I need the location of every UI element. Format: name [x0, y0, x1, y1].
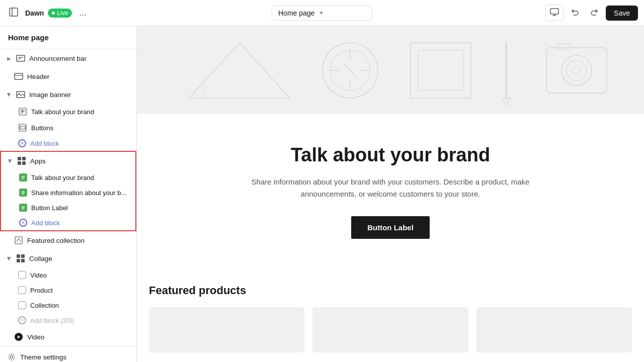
page-selector-label: Home page	[278, 9, 314, 17]
svg-point-45	[567, 60, 587, 80]
plus-icon-disabled: +	[18, 316, 26, 324]
sidebar-item-product[interactable]: Product	[0, 283, 136, 298]
brand-description: Share information about your brand with …	[234, 176, 546, 200]
preview-inner: Talk about your brand Share information …	[137, 26, 644, 362]
live-badge: Live	[48, 9, 72, 18]
sidebar-item-apps[interactable]: ▶ Apps	[1, 152, 135, 170]
app-icon	[19, 189, 27, 197]
sidebar-item-collage[interactable]: ▶ Collage	[0, 249, 136, 267]
sidebar-item-app-talk[interactable]: Talk about your brand	[1, 170, 135, 185]
chevron-down-icon-collage: ▶	[7, 256, 12, 260]
sub-item-label: Talk about your brand	[31, 108, 94, 116]
app-icon	[19, 173, 27, 182]
toolbar-right: Save	[527, 5, 638, 22]
svg-rect-5	[17, 55, 25, 61]
product-card	[312, 307, 468, 352]
sidebar-title: Home page	[0, 26, 136, 49]
live-dot	[52, 12, 55, 15]
sidebar-item-app-button[interactable]: Button Label	[1, 200, 135, 215]
buttons-icon	[18, 123, 27, 132]
svg-rect-18	[20, 126, 25, 129]
main-layout: Home page ▶ Announcement bar He	[0, 26, 644, 362]
sidebar-item-label: Collage	[29, 255, 129, 262]
sidebar-item-label: Video	[27, 333, 129, 341]
more-button[interactable]: ...	[76, 6, 90, 20]
sidebar-add-block-collage: + Add block (3/3)	[0, 313, 136, 328]
sidebar-item-app-share[interactable]: Share information about your b...	[1, 185, 135, 200]
settings-icon	[7, 352, 16, 361]
box-icon	[18, 271, 26, 279]
box-icon	[18, 301, 26, 309]
redo-button[interactable]	[587, 5, 602, 22]
plus-icon: +	[19, 219, 27, 227]
product-grid	[149, 307, 632, 352]
svg-rect-47	[556, 44, 572, 50]
sidebar-item-video[interactable]: Video	[0, 267, 136, 283]
sub-item-label: Share information about your b...	[31, 189, 126, 197]
box-icon	[18, 286, 26, 294]
svg-line-38	[343, 63, 358, 78]
add-block-label: Add block	[30, 140, 59, 147]
toolbar-left: Dawn Live ...	[6, 5, 117, 22]
svg-point-46	[573, 66, 581, 74]
announcement-icon	[16, 54, 25, 63]
brand-section: Talk about your brand Share information …	[137, 114, 644, 269]
sub-item-label: Product	[30, 287, 53, 294]
product-card	[476, 307, 632, 352]
sub-item-label: Talk about your brand	[31, 174, 94, 182]
undo-button[interactable]	[568, 5, 583, 22]
sidebar-theme-settings[interactable]: Theme settings	[0, 346, 136, 362]
brand-button[interactable]: Button Label	[351, 216, 430, 239]
live-label: Live	[57, 10, 68, 17]
sidebar-toggle-button[interactable]	[6, 5, 21, 22]
save-button[interactable]: Save	[606, 6, 638, 21]
sidebar-item-announcement-bar[interactable]: ▶ Announcement bar	[0, 49, 136, 67]
sub-item-label: Buttons	[31, 124, 53, 132]
chevron-down-icon-apps: ▶	[8, 159, 13, 163]
brand-title: Talk about your brand	[291, 144, 490, 166]
sidebar-item-image-banner[interactable]: ▶ Image banner	[0, 85, 136, 104]
product-card	[149, 307, 304, 352]
image-banner-icon	[16, 90, 25, 99]
svg-rect-0	[10, 8, 18, 16]
collage-icon	[16, 254, 25, 263]
svg-point-29	[11, 356, 13, 358]
hero-banner	[137, 26, 644, 114]
svg-rect-43	[546, 48, 607, 93]
sidebar-item-collection[interactable]: Collection	[0, 298, 136, 313]
svg-rect-2	[550, 9, 558, 14]
svg-rect-28	[15, 237, 22, 244]
svg-rect-8	[15, 73, 23, 79]
svg-text:T: T	[21, 109, 24, 113]
sidebar-item-buttons[interactable]: Buttons	[0, 120, 136, 136]
toolbar-center: Home page ▼	[121, 6, 523, 21]
sidebar-item-label: Image banner	[29, 91, 129, 99]
sidebar-add-block-apps[interactable]: + Add block	[1, 215, 135, 230]
star-icon	[14, 236, 23, 245]
sidebar-item-apps-section: ▶ Apps Talk about your brand	[0, 151, 136, 231]
toolbar: Dawn Live ... Home page ▼	[0, 0, 644, 26]
sub-item-label: Button Label	[31, 204, 68, 212]
sidebar-item-featured-collection[interactable]: Featured collection	[0, 231, 136, 249]
featured-section: Featured products	[137, 269, 644, 362]
sidebar-item-video-section[interactable]: Video	[0, 328, 136, 346]
svg-rect-40	[418, 50, 463, 90]
add-block-label: Add block	[31, 219, 60, 227]
svg-point-44	[561, 55, 592, 85]
sidebar-item-label: Featured collection	[27, 237, 129, 244]
svg-rect-39	[411, 43, 471, 98]
sidebar: Home page ▶ Announcement bar He	[0, 26, 137, 362]
apps-icon	[17, 156, 26, 165]
featured-title: Featured products	[149, 284, 632, 297]
video-section-icon	[14, 332, 23, 341]
chevron-right-icon: ▶	[7, 56, 11, 61]
theme-name: Dawn	[25, 9, 44, 17]
sidebar-item-header[interactable]: Header	[0, 67, 136, 85]
sidebar-item-label: Announcement bar	[29, 55, 129, 62]
text-icon: T	[18, 107, 27, 116]
sidebar-item-talk-brand[interactable]: T Talk about your brand	[0, 104, 136, 120]
add-block-disabled-label: Add block (3/3)	[30, 317, 74, 324]
sidebar-add-block-image-banner[interactable]: + Add block	[0, 136, 136, 151]
page-selector[interactable]: Home page ▼	[272, 6, 372, 21]
monitor-button[interactable]	[545, 5, 564, 21]
